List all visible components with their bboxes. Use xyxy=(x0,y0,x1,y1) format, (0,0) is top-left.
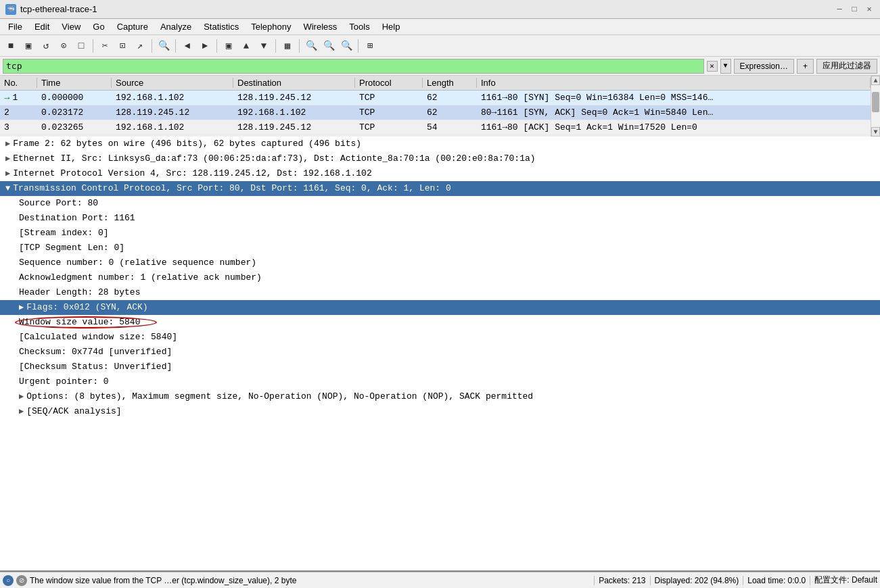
tb-save-btn[interactable]: □ xyxy=(73,38,89,54)
detail-seglen-line[interactable]: [TCP Segment Len: 0] xyxy=(0,241,880,255)
plus-label: + xyxy=(803,62,808,71)
detail-src-port-line[interactable]: Source Port: 80 xyxy=(0,196,880,211)
tb-colorize-btn[interactable]: ▦ xyxy=(279,38,296,54)
tb-zoom-in-btn[interactable]: 🔍 xyxy=(303,38,319,54)
status-sep-4 xyxy=(810,576,810,585)
detail-stream-line[interactable]: [Stream index: 0] xyxy=(0,226,880,241)
cell-dest: 192.168.1.102 xyxy=(233,107,355,118)
detail-options-line[interactable]: ▶ Options: (8 bytes), Maximum segment si… xyxy=(0,389,880,404)
expand-frame-icon[interactable]: ▶ xyxy=(5,137,10,151)
tb-options-btn[interactable]: ⊙ xyxy=(55,38,72,54)
menu-item-go[interactable]: Go xyxy=(87,20,110,33)
detail-seqack-line[interactable]: ▶ [SEQ/ACK analysis] xyxy=(0,404,880,419)
detail-frame-line[interactable]: ▶ Frame 2: 62 bytes on wire (496 bits), … xyxy=(0,137,880,151)
menu-item-telephony[interactable]: Telephony xyxy=(246,20,296,33)
menu-item-analyze[interactable]: Analyze xyxy=(155,20,197,33)
cell-no: 2 xyxy=(0,107,37,118)
status-displayed: Displayed: 202 (94.8%) xyxy=(655,576,739,585)
status-sep-3 xyxy=(743,576,743,585)
expand-ip-icon[interactable]: ▶ xyxy=(5,167,10,180)
packet-list-scrollbar[interactable]: ▲ ▼ xyxy=(871,76,880,137)
expand-options-icon[interactable]: ▶ xyxy=(19,390,24,403)
detail-windowsize-line[interactable]: Window size value: 5840 xyxy=(0,315,880,330)
packet-list-section: No. Time Source Destination Protocol Len… xyxy=(0,76,880,137)
menu-item-edit[interactable]: Edit xyxy=(29,20,55,33)
toolbar-separator-1 xyxy=(93,39,93,53)
tb-zoom-reset-btn[interactable]: 🔍 xyxy=(338,38,354,54)
toolbar-separator-7 xyxy=(358,39,358,53)
scrollbar-up-button[interactable]: ▲ xyxy=(871,76,880,85)
expand-seqack-icon[interactable]: ▶ xyxy=(19,405,24,418)
cell-source: 192.168.1.102 xyxy=(112,93,233,103)
toolbar-separator-2 xyxy=(152,39,152,53)
tb-zoom-out-btn[interactable]: 🔍 xyxy=(321,38,337,54)
detail-calcwindow-line[interactable]: [Calculated window size: 5840] xyxy=(0,330,880,345)
menu-item-tools[interactable]: Tools xyxy=(344,20,375,33)
tb-close-btn[interactable]: ↺ xyxy=(38,38,54,54)
detail-dst-port-line[interactable]: Destination Port: 1161 xyxy=(0,211,880,226)
scrollbar-thumb[interactable] xyxy=(872,92,879,112)
tb-stop-btn[interactable]: ■ xyxy=(3,38,19,54)
filter-input[interactable]: tcp xyxy=(3,59,704,74)
filter-dropdown-button[interactable]: ▼ xyxy=(720,59,731,74)
col-header-dest: Destination xyxy=(233,78,355,88)
menu-item-help[interactable]: Help xyxy=(377,20,406,33)
cell-no: → 1 xyxy=(0,93,37,103)
menu-item-wireless[interactable]: Wireless xyxy=(298,20,342,33)
plus-button[interactable]: + xyxy=(797,59,814,74)
tb-copy-btn[interactable]: ⊡ xyxy=(114,38,131,54)
tb-back-btn[interactable]: ◄ xyxy=(179,38,195,54)
scrollbar-track[interactable] xyxy=(871,85,880,127)
menu-bar: FileEditViewGoCaptureAnalyzeStatisticsTe… xyxy=(0,19,880,35)
tb-down-btn[interactable]: ▼ xyxy=(256,38,272,54)
table-row[interactable]: 2 0.023172 128.119.245.12 192.168.1.102 … xyxy=(0,105,871,120)
expand-tcp-icon[interactable]: ▼ xyxy=(5,182,10,195)
filter-clear-button[interactable]: ✕ xyxy=(707,61,718,72)
tb-resize-btn[interactable]: ⊞ xyxy=(362,38,378,54)
menu-item-statistics[interactable]: Statistics xyxy=(198,20,244,33)
scrollbar-down-button[interactable]: ▼ xyxy=(871,127,880,137)
menu-item-file[interactable]: File xyxy=(3,20,28,33)
table-row[interactable]: → 1 0.000000 192.168.1.102 128.119.245.1… xyxy=(0,91,871,105)
tb-restart-btn[interactable]: ▣ xyxy=(20,38,37,54)
menu-item-capture[interactable]: Capture xyxy=(112,20,154,33)
tb-find-btn[interactable]: 🔍 xyxy=(156,38,172,54)
detail-seglen-text: [TCP Segment Len: 0] xyxy=(19,241,124,255)
status-bar: ○ ⊘ The window size value from the TCP …… xyxy=(0,572,880,588)
detail-seqnum-line[interactable]: Sequence number: 0 (relative sequence nu… xyxy=(0,255,880,270)
detail-calcwindow-text: [Calculated window size: 5840] xyxy=(19,330,177,344)
menu-item-view[interactable]: View xyxy=(56,20,86,33)
detail-ethernet-line[interactable]: ▶ Ethernet II, Src: LinksysG_da:af:73 (0… xyxy=(0,151,880,166)
tb-cut-btn[interactable]: ✂ xyxy=(97,38,113,54)
apply-filter-label: 应用此过滤器 xyxy=(823,60,871,72)
expand-flags-icon[interactable]: ▶ xyxy=(19,301,24,314)
detail-flags-line[interactable]: ▶ Flags: 0x012 (SYN, ACK) xyxy=(0,300,880,315)
expression-button[interactable]: Expression… xyxy=(734,59,794,74)
tb-home-btn[interactable]: ▣ xyxy=(221,38,237,54)
toolbar-separator-6 xyxy=(299,39,300,53)
arrow-icon: → xyxy=(4,93,9,103)
status-loadtime: Load time: 0:0.0 xyxy=(747,576,806,585)
detail-urgent-line[interactable]: Urgent pointer: 0 xyxy=(0,374,880,389)
detail-checksumstatus-line[interactable]: [Checksum Status: Unverified] xyxy=(0,360,880,374)
tb-paste-btn[interactable]: ↗ xyxy=(132,38,148,54)
table-row[interactable]: 3 0.023265 192.168.1.102 128.119.245.12 … xyxy=(0,120,871,135)
close-button[interactable]: ✕ xyxy=(864,4,875,15)
cell-info: 1161→80 [SYN] Seq=0 Win=16384 Len=0 MSS=… xyxy=(477,93,871,103)
detail-tcp-line[interactable]: ▼ Transmission Control Protocol, Src Por… xyxy=(0,181,880,196)
cell-time: 0.023172 xyxy=(37,107,112,118)
detail-checksum-line[interactable]: Checksum: 0x774d [unverified] xyxy=(0,345,880,360)
detail-ip-line[interactable]: ▶ Internet Protocol Version 4, Src: 128.… xyxy=(0,166,880,181)
cell-length: 62 xyxy=(423,93,477,103)
minimize-button[interactable]: ─ xyxy=(834,4,845,15)
detail-acknum-line[interactable]: Acknowledgment number: 1 (relative ack n… xyxy=(0,270,880,285)
maximize-button[interactable]: □ xyxy=(849,4,860,15)
detail-tcp-text: Transmission Control Protocol, Src Port:… xyxy=(13,182,451,195)
expand-ethernet-icon[interactable]: ▶ xyxy=(5,152,10,166)
detail-windowsize-text: Window size value: 5840 xyxy=(19,316,140,329)
tb-forward-btn[interactable]: ► xyxy=(197,38,213,54)
apply-filter-button[interactable]: 应用此过滤器 xyxy=(816,59,877,74)
tb-up-btn[interactable]: ▲ xyxy=(238,38,254,54)
detail-hdrlen-line[interactable]: Header Length: 28 bytes xyxy=(0,285,880,300)
cell-source: 128.119.245.12 xyxy=(112,107,233,118)
